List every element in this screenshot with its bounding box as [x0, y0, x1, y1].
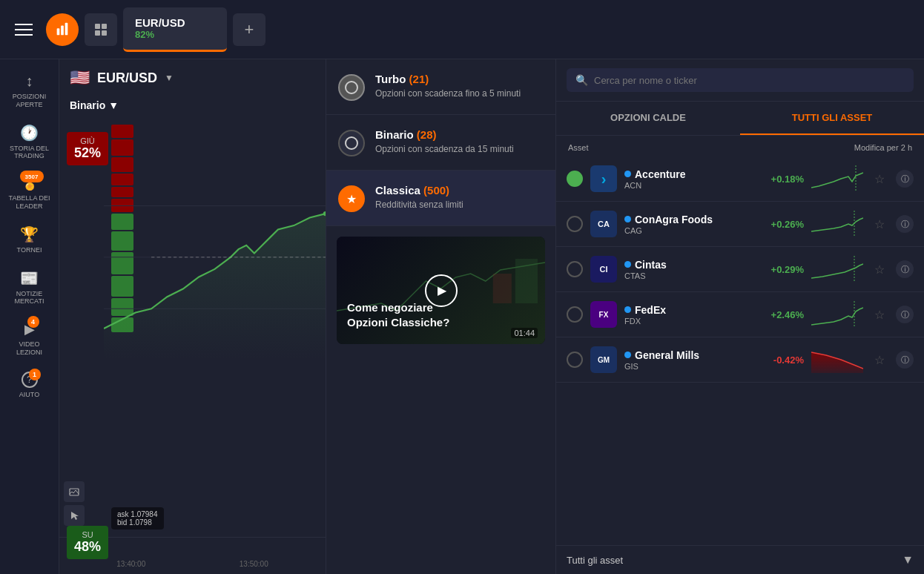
- asset-radio-cag[interactable]: [567, 216, 583, 232]
- asset-logo-ctas: CI: [590, 256, 617, 283]
- chart-body: GIÙ 52% SU 48%: [59, 117, 326, 574]
- asset-row[interactable]: CA ConAgra Foods CAG +0.26% ☆ ⓘ: [556, 202, 924, 247]
- grid-view-button[interactable]: [85, 13, 117, 46]
- sidebar-item-video-lezioni[interactable]: ▶ 4 VIDEOLEZIONI: [4, 314, 56, 363]
- tab-opzioni-calde[interactable]: OPZIONI CALDE: [556, 102, 740, 135]
- option-turbo[interactable]: Turbo (21) Opzioni con scadenza fino a 5…: [326, 59, 555, 115]
- asset-row[interactable]: GM General Mills GIS -0.42%: [556, 337, 924, 383]
- info-button-acn[interactable]: ⓘ: [896, 170, 914, 188]
- add-tab-button[interactable]: +: [233, 13, 265, 46]
- sidebar-item-aiuto[interactable]: ? 1 AIUTO: [4, 366, 56, 405]
- asset-radio-fdx[interactable]: [567, 306, 583, 323]
- mini-chart-acn: [811, 165, 863, 192]
- star-button-fdx[interactable]: ☆: [871, 306, 888, 323]
- mini-chart-ctas: [811, 256, 863, 283]
- svg-rect-14: [493, 274, 512, 303]
- medal-icon: 🏅 3507: [22, 175, 38, 191]
- video-icon: ▶ 4: [24, 320, 35, 337]
- sidebar-item-posizioni-aperte[interactable]: ↕ POSIZIONIAPERTE: [4, 67, 56, 115]
- topbar: EUR/USD 82% +: [0, 0, 924, 59]
- option-classica-info: Classica (500) Redditività senza limiti: [375, 184, 463, 211]
- option-binario[interactable]: Binario (28) Opzioni con scadenza da 15 …: [326, 115, 555, 171]
- dropdown-arrow: ▼: [902, 553, 914, 567]
- assets-table-header: Asset Modifica per 2 h: [556, 136, 924, 156]
- star-button-acn[interactable]: ☆: [871, 170, 888, 188]
- asset-list: › Accenture ACN +0.18% ☆ ⓘ: [556, 156, 924, 545]
- asset-info-acn: Accenture ACN: [624, 168, 752, 190]
- asset-info-fdx: FedEx FDX: [624, 304, 752, 326]
- svg-rect-5: [95, 30, 100, 36]
- video-timer: 01:44: [511, 328, 538, 338]
- help-icon: ? 1: [22, 372, 38, 388]
- search-bar: 🔍: [556, 59, 924, 102]
- logo-button[interactable]: [46, 13, 79, 46]
- binario-icon: [338, 130, 365, 156]
- svg-rect-3: [95, 24, 100, 29]
- video-promo: Come negoziare Opzioni Classiche? 01:44: [337, 237, 545, 344]
- tab-tutti-asset[interactable]: TUTTI GLI ASSET: [740, 102, 924, 135]
- info-button-fdx[interactable]: ⓘ: [896, 306, 914, 323]
- options-panel: Turbo (21) Opzioni con scadenza fino a 5…: [326, 59, 556, 574]
- asset-logo-fdx: FX: [590, 301, 617, 328]
- search-input-wrap: 🔍: [567, 68, 914, 92]
- asset-radio-ctas[interactable]: [567, 261, 583, 277]
- sidebar-item-notizie-mercati[interactable]: 📰 NOTIZIEMERCATI: [4, 263, 56, 312]
- live-dot-acn: [624, 171, 631, 177]
- info-button-gis[interactable]: ⓘ: [896, 351, 914, 369]
- chart-area: 🇺🇸 EUR/USD ▼ Binario ▼ GIÙ 52% SU 48%: [59, 59, 326, 574]
- asset-radio-gis[interactable]: [567, 352, 583, 368]
- chart-type-dropdown-arrow: ▼: [108, 99, 119, 111]
- live-dot-gis: [624, 352, 631, 358]
- asset-logo-cag: CA: [590, 211, 617, 237]
- asset-row[interactable]: › Accenture ACN +0.18% ☆ ⓘ: [556, 156, 924, 202]
- assets-panel: 🔍 OPZIONI CALDE TUTTI GLI ASSET Asset Mo…: [556, 59, 924, 574]
- option-turbo-info: Turbo (21) Opzioni con scadenza fino a 5…: [375, 73, 521, 100]
- video-bg: Come negoziare Opzioni Classiche? 01:44: [337, 237, 545, 344]
- star-button-cag[interactable]: ☆: [871, 215, 888, 233]
- star-button-ctas[interactable]: ☆: [871, 260, 888, 278]
- chart-type-button[interactable]: Binario ▼: [70, 99, 119, 111]
- chart-tool-cursor[interactable]: [64, 505, 85, 526]
- chart-type-row: Binario ▼: [59, 96, 326, 117]
- bottom-dropdown[interactable]: Tutti gli asset ▼: [556, 545, 924, 574]
- search-input[interactable]: [594, 75, 905, 86]
- turbo-icon: [338, 74, 365, 101]
- search-icon: 🔍: [575, 74, 588, 86]
- asset-info-cag: ConAgra Foods CAG: [624, 214, 752, 235]
- main-layout: ↕ POSIZIONIAPERTE 🕐 STORIA DELTRADING 🏅 …: [0, 59, 924, 574]
- video-play-button[interactable]: [425, 274, 458, 307]
- sidebar-item-tabella-leader[interactable]: 🏅 3507 TABELLA DEILEADER: [4, 169, 56, 217]
- trophy-icon: 🏆: [20, 225, 39, 243]
- svg-rect-2: [65, 22, 68, 35]
- arrows-icon: ↕: [26, 73, 33, 90]
- chart-header: 🇺🇸 EUR/USD ▼: [59, 59, 326, 96]
- sidebar-item-tornei[interactable]: 🏆 TORNEI: [4, 220, 56, 260]
- asset-logo-acn: ›: [590, 165, 617, 192]
- gio-label: GIÙ 52%: [67, 132, 108, 165]
- asset-radio-acn[interactable]: [567, 171, 583, 187]
- sidebar-item-storia-trading[interactable]: 🕐 STORIA DELTRADING: [4, 118, 56, 167]
- tabs-row: OPZIONI CALDE TUTTI GLI ASSET: [556, 102, 924, 136]
- mini-chart-gis: [811, 346, 863, 373]
- menu-button[interactable]: [7, 13, 40, 46]
- live-dot-cag: [624, 216, 631, 222]
- live-dot-fdx: [624, 306, 631, 313]
- asset-row[interactable]: FX FedEx FDX +2.46% ☆ ⓘ: [556, 292, 924, 337]
- option-binario-info: Binario (28) Opzioni con scadenza da 15 …: [375, 128, 514, 156]
- svg-rect-1: [61, 25, 64, 35]
- mini-chart-fdx: [811, 301, 863, 328]
- svg-rect-13: [515, 259, 538, 303]
- star-button-gis[interactable]: ☆: [871, 351, 888, 369]
- info-button-cag[interactable]: ⓘ: [896, 215, 914, 233]
- asset-row[interactable]: CI Cintas CTAS +0.29% ☆ ⓘ: [556, 247, 924, 292]
- mini-chart-cag: [811, 211, 863, 237]
- ask-bid-info: ask 1.07984 bid 1.0798: [111, 507, 164, 530]
- info-button-ctas[interactable]: ⓘ: [896, 260, 914, 278]
- chart-tool-image[interactable]: [64, 481, 85, 502]
- flag-icon: 🇺🇸: [70, 68, 90, 88]
- option-classica[interactable]: ★ Classica (500) Redditività senza limit…: [326, 171, 555, 226]
- asset-dropdown-arrow[interactable]: ▼: [165, 73, 174, 83]
- line-chart: [104, 154, 326, 360]
- active-tab[interactable]: EUR/USD 82%: [123, 7, 227, 52]
- svg-rect-0: [57, 28, 60, 35]
